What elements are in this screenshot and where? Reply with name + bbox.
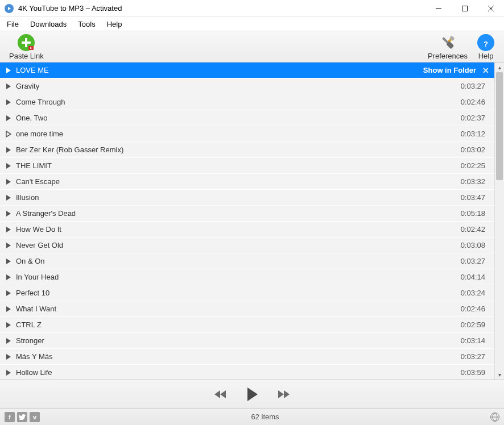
globe-icon[interactable]: [490, 413, 499, 422]
play-icon[interactable]: [5, 306, 13, 312]
play-icon[interactable]: [5, 210, 13, 217]
play-icon[interactable]: [5, 226, 13, 233]
previous-button[interactable]: [213, 389, 228, 400]
track-row[interactable]: On & On0:03:27: [0, 253, 494, 269]
track-row[interactable]: Never Get Old0:03:08: [0, 238, 494, 253]
track-title: Más Y Más: [16, 352, 461, 361]
preferences-label: Preferences: [428, 52, 468, 60]
play-icon[interactable]: [5, 163, 13, 169]
track-duration: 0:03:24: [461, 289, 490, 297]
play-icon[interactable]: [5, 115, 13, 122]
window-title: 4K YouTube to MP3 – Activated: [18, 4, 425, 13]
track-row[interactable]: How We Do It0:02:42: [0, 222, 494, 238]
track-title: A Stranger's Dead: [16, 209, 461, 218]
play-icon[interactable]: [5, 290, 13, 297]
play-icon[interactable]: [5, 274, 13, 281]
track-row[interactable]: Gravity0:03:27: [0, 78, 494, 94]
track-row[interactable]: Más Y Más0:03:27: [0, 349, 494, 365]
maximize-button[interactable]: [452, 0, 478, 17]
menu-downloads[interactable]: Downloads: [24, 19, 72, 30]
play-icon[interactable]: [5, 369, 13, 376]
twitter-icon[interactable]: [17, 412, 27, 422]
play-icon[interactable]: [5, 83, 13, 90]
paste-link-icon: [17, 34, 35, 52]
help-label: Help: [478, 52, 494, 60]
play-icon[interactable]: [5, 242, 13, 249]
scroll-up-icon[interactable]: ▴: [495, 63, 504, 72]
track-title: Perfect 10: [16, 289, 461, 297]
titlebar: 4K YouTube to MP3 – Activated: [0, 0, 504, 17]
play-icon[interactable]: [5, 353, 13, 360]
play-icon[interactable]: [5, 322, 13, 328]
remove-icon[interactable]: ✕: [482, 66, 490, 75]
menu-tools[interactable]: Tools: [72, 19, 101, 30]
play-icon[interactable]: [5, 99, 13, 106]
track-duration: 0:03:14: [461, 336, 490, 345]
track-title: Stronger: [16, 336, 461, 345]
track-duration: 0:02:42: [461, 225, 490, 234]
track-row[interactable]: Can't Escape0:03:32: [0, 174, 494, 190]
status-count: 62 items: [40, 413, 490, 421]
track-duration: 0:02:25: [461, 161, 490, 170]
menu-file[interactable]: File: [1, 19, 24, 30]
track-duration: 0:03:27: [461, 82, 490, 90]
track-title: How We Do It: [16, 225, 461, 234]
facebook-icon[interactable]: f: [5, 412, 15, 422]
scroll-down-icon[interactable]: ▾: [495, 370, 504, 380]
track-title: What I Want: [16, 305, 461, 313]
track-row[interactable]: CTRL Z0:02:59: [0, 317, 494, 333]
vimeo-icon[interactable]: v: [30, 412, 40, 422]
close-button[interactable]: [478, 0, 504, 17]
track-duration: 0:03:27: [461, 257, 490, 265]
svg-rect-1: [462, 6, 468, 11]
track-duration: 0:02:46: [461, 305, 490, 313]
paste-link-label: Paste Link: [9, 52, 44, 60]
track-row[interactable]: THE LIMIT0:02:25: [0, 158, 494, 174]
track-list[interactable]: LOVE MEShow in Folder✕Gravity0:03:27Come…: [0, 63, 494, 380]
play-icon[interactable]: [5, 194, 13, 201]
track-title: CTRL Z: [16, 320, 461, 329]
play-icon[interactable]: [5, 178, 13, 185]
preferences-button[interactable]: Preferences: [423, 31, 472, 62]
track-title: Hollow Life: [16, 368, 461, 377]
track-title: one more time: [16, 130, 461, 138]
track-row[interactable]: Hollow Life0:03:59: [0, 365, 494, 380]
svg-text:?: ?: [484, 40, 488, 48]
toolbar: Paste Link Preferences ? Help: [0, 31, 504, 63]
help-icon: ?: [477, 34, 495, 52]
track-row[interactable]: one more time0:03:12: [0, 126, 494, 142]
play-icon[interactable]: [5, 131, 13, 138]
play-icon[interactable]: [5, 338, 13, 344]
track-row[interactable]: A Stranger's Dead0:05:18: [0, 206, 494, 222]
track-row-selected[interactable]: LOVE MEShow in Folder✕: [0, 63, 494, 78]
track-duration: 0:05:18: [461, 209, 490, 218]
play-icon[interactable]: [5, 147, 13, 153]
menu-help[interactable]: Help: [101, 19, 128, 30]
track-row[interactable]: What I Want0:02:46: [0, 301, 494, 317]
track-row[interactable]: One, Two0:02:37: [0, 110, 494, 126]
track-title: Ber Zer Ker (Rob Gasser Remix): [16, 145, 461, 154]
track-duration: 0:03:08: [461, 241, 490, 249]
play-icon[interactable]: [5, 258, 13, 265]
track-row[interactable]: Perfect 100:03:24: [0, 285, 494, 301]
scroll-thumb[interactable]: [496, 72, 503, 180]
track-duration: 0:03:12: [461, 130, 490, 138]
show-in-folder-link[interactable]: Show in Folder: [423, 66, 482, 74]
play-icon[interactable]: [5, 67, 13, 74]
next-button[interactable]: [276, 389, 291, 400]
vertical-scrollbar[interactable]: ▴ ▾: [494, 63, 504, 380]
play-button[interactable]: [244, 386, 260, 402]
minimize-button[interactable]: [425, 0, 452, 17]
track-duration: 0:02:46: [461, 98, 490, 106]
track-row[interactable]: In Your Head0:04:14: [0, 269, 494, 285]
track-row[interactable]: Illusion0:03:47: [0, 190, 494, 206]
help-button[interactable]: ? Help: [472, 31, 499, 62]
app-icon: [5, 4, 14, 13]
track-row[interactable]: Ber Zer Ker (Rob Gasser Remix)0:03:02: [0, 142, 494, 158]
track-row[interactable]: Stronger0:03:14: [0, 333, 494, 349]
track-duration: 0:03:02: [461, 145, 490, 154]
track-row[interactable]: Come Through0:02:46: [0, 94, 494, 110]
scroll-track[interactable]: [495, 72, 504, 370]
paste-link-button[interactable]: Paste Link: [5, 31, 48, 62]
track-title: In Your Head: [16, 273, 461, 281]
